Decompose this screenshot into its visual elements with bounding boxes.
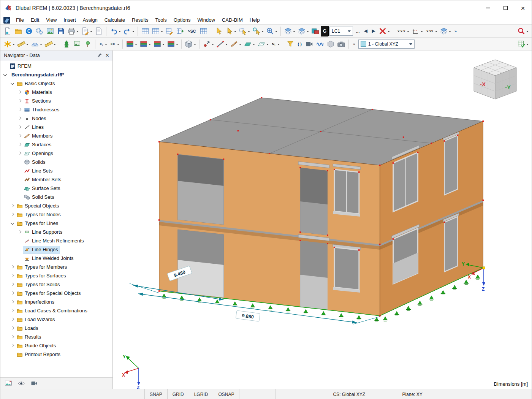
menu-edit[interactable]: Edit	[27, 16, 43, 24]
tree-item-thicknesses[interactable]: Thicknesses	[0, 105, 112, 114]
printout-report-button[interactable]	[80, 26, 93, 36]
clipping-box-button[interactable]: ( )	[296, 39, 304, 49]
tree-item-lines[interactable]: Lines	[0, 123, 112, 131]
chevron-collapsed-icon[interactable]	[10, 308, 16, 314]
render-wireframe-button[interactable]	[166, 39, 179, 49]
menu-options[interactable]: Options	[170, 16, 194, 24]
chevron-collapsed-icon[interactable]	[17, 133, 23, 139]
chevron-collapsed-icon[interactable]	[10, 212, 16, 217]
tree-item-load-wizards[interactable]: Load Wizards	[0, 315, 112, 324]
menu-insert[interactable]: Insert	[60, 16, 79, 24]
menu-file[interactable]: File	[13, 16, 27, 24]
chevron-collapsed-icon[interactable]	[10, 290, 16, 296]
menu-view[interactable]: View	[43, 16, 60, 24]
status-toggle-osnap[interactable]: OSNAP	[213, 389, 239, 399]
tree-item-solid-sets[interactable]: Solid Sets	[0, 193, 112, 201]
select-window-button[interactable]	[238, 26, 251, 36]
tree-item-line-welded-joints[interactable]: Line Welded Joints	[0, 254, 112, 263]
chevron-collapsed-icon[interactable]	[17, 116, 23, 121]
redo-button[interactable]	[122, 26, 136, 36]
close-navigator-icon[interactable]: ×	[106, 52, 109, 59]
status-toggle-lgrid[interactable]: LGRID	[189, 389, 214, 399]
mesh-settings-button[interactable]	[516, 39, 530, 49]
numbering-x-button[interactable]: X,	[97, 39, 108, 49]
chevron-collapsed-icon[interactable]	[10, 273, 16, 279]
undo-button[interactable]	[108, 26, 122, 36]
chevron-collapsed-icon[interactable]	[17, 142, 23, 147]
tab-display[interactable]	[16, 379, 26, 388]
chevron-collapsed-icon[interactable]	[17, 124, 23, 130]
tree-item-line-mesh-refinements[interactable]: Line Mesh Refinements	[0, 236, 112, 245]
numbering-axes-button[interactable]: x.x	[410, 26, 424, 36]
render-transparent-button[interactable]	[152, 39, 166, 49]
viewport-3d[interactable]: 9.480 9.880 -X -Y	[113, 51, 532, 389]
select-criteria-button[interactable]	[251, 26, 265, 36]
insert-node-button[interactable]	[201, 39, 215, 49]
save-button[interactable]	[55, 26, 66, 36]
menu-results[interactable]: Results	[128, 16, 152, 24]
edit-table-button[interactable]	[164, 26, 175, 36]
chevron-collapsed-icon[interactable]	[10, 282, 16, 287]
toolbar-overflow-1-button[interactable]: »	[452, 26, 459, 36]
chevron-collapsed-icon[interactable]	[17, 229, 23, 235]
tree-item-surfaces[interactable]: Surfaces	[0, 140, 112, 149]
tab-data[interactable]	[3, 379, 13, 388]
tree-item-imperfections[interactable]: Imperfections	[0, 298, 112, 306]
building-model[interactable]	[159, 98, 483, 316]
select-pointer-button[interactable]	[213, 26, 224, 36]
chevron-collapsed-icon[interactable]	[17, 98, 23, 104]
chevron-collapsed-icon[interactable]	[10, 203, 16, 209]
partial-view-swatch-button[interactable]	[310, 26, 321, 36]
print-button[interactable]	[66, 26, 80, 36]
insert-member-button[interactable]	[229, 39, 242, 49]
insert-line-button[interactable]	[215, 39, 229, 49]
open-model-button[interactable]	[13, 26, 24, 36]
display-results-button[interactable]	[125, 39, 138, 49]
select-special-button[interactable]	[224, 26, 238, 36]
chevron-expanded-icon[interactable]	[3, 72, 8, 78]
chevron-collapsed-icon[interactable]	[10, 299, 16, 305]
numbering-values-button[interactable]: x.xx	[424, 26, 439, 36]
chevron-collapsed-icon[interactable]	[17, 150, 23, 156]
numbering-nodes-button[interactable]: x.x.x	[395, 26, 410, 36]
tree-item-berechnungsdatei-rf6[interactable]: Berechnungsdatei.rf6*	[0, 70, 112, 79]
chevron-collapsed-icon[interactable]	[17, 89, 23, 95]
ghost-model-button[interactable]	[325, 39, 336, 49]
maximize-button[interactable]	[497, 0, 514, 16]
render-video-button[interactable]	[304, 39, 315, 49]
pin-icon[interactable]	[97, 52, 102, 59]
show-tables-button[interactable]	[140, 26, 150, 36]
new-objects-button[interactable]	[2, 39, 16, 49]
tree-item-nodes[interactable]: Nodes	[0, 114, 112, 123]
tree-item-special-objects[interactable]: Special Objects	[0, 201, 112, 210]
generate-button[interactable]	[43, 39, 57, 49]
tree-item-loads[interactable]: Loads	[0, 324, 112, 332]
chevron-collapsed-icon[interactable]	[10, 317, 16, 322]
tree-item-surface-sets[interactable]: Surface Sets	[0, 184, 112, 193]
tree-item-line-hinges[interactable]: Line Hinges	[0, 245, 112, 254]
new-model-button[interactable]	[2, 26, 13, 36]
dlubal-center-button[interactable]: C	[24, 26, 34, 36]
menu-cad-bim[interactable]: CAD-BIM	[218, 16, 246, 24]
load-case-select[interactable]: LC1	[329, 27, 353, 36]
display-layers-button[interactable]	[439, 26, 452, 36]
menu-calculate[interactable]: Calculate	[101, 16, 128, 24]
work-plane-select[interactable]: 1 - Global XYZ	[358, 40, 415, 49]
table-settings-button[interactable]	[198, 26, 209, 36]
visual-style-button[interactable]	[82, 39, 93, 49]
insert-opening-button[interactable]	[256, 39, 270, 49]
tree-item-member-sets[interactable]: Member Sets	[0, 175, 112, 184]
tree-item-sections[interactable]: Sections	[0, 97, 112, 105]
report-button[interactable]	[93, 26, 104, 36]
chevron-expanded-icon[interactable]	[10, 220, 16, 226]
menu-window[interactable]: Window	[194, 16, 218, 24]
chevron-collapsed-icon[interactable]	[10, 343, 16, 348]
status-toggle-grid[interactable]: GRID	[168, 389, 189, 399]
zoom-window-button[interactable]	[265, 26, 279, 36]
chevron-expanded-icon[interactable]	[10, 81, 16, 86]
chevron-collapsed-icon[interactable]	[17, 107, 23, 112]
load-case-browse-button[interactable]: ...	[354, 26, 362, 36]
chevron-collapsed-icon[interactable]	[10, 334, 16, 340]
toolbar-overflow-2-button[interactable]: »	[351, 39, 358, 49]
tree-item-guide-objects[interactable]: Guide Objects	[0, 341, 112, 350]
